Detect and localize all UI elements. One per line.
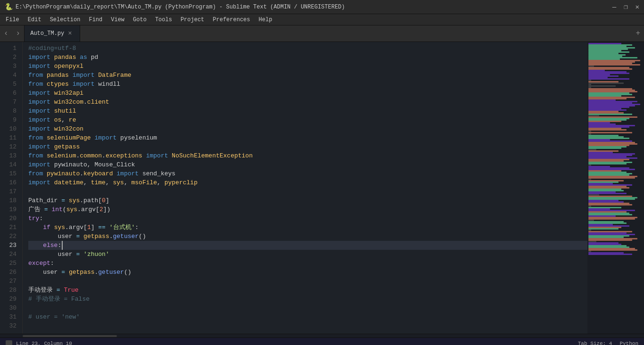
minimap: [587, 42, 644, 334]
code-line-7: import win32com.client: [28, 98, 587, 107]
menu-goto[interactable]: Goto: [129, 16, 150, 24]
code-line-2: import pandas as pd: [28, 53, 587, 62]
code-line-22: user = getpass.getuser(): [28, 232, 587, 241]
titlebar: 🐍 E:\PythonProgram\daily_report\TM\Auto_…: [0, 0, 644, 14]
menu-edit[interactable]: Edit: [24, 16, 45, 24]
statusbar-left: Line 23, Column 10: [6, 340, 72, 345]
code-line-18: Path_dir = sys.path[0]: [28, 196, 587, 205]
menu-find[interactable]: Find: [85, 16, 106, 24]
tab-nav-left[interactable]: ‹: [0, 25, 12, 41]
tab-close-button[interactable]: ×: [68, 30, 72, 37]
titlebar-left: 🐍 E:\PythonProgram\daily_report\TM\Auto_…: [5, 3, 345, 11]
menu-tools[interactable]: Tools: [151, 16, 176, 24]
code-line-16: import datetime, time, sys, msoFile, pyp…: [28, 178, 587, 187]
code-line-8: import shutil: [28, 107, 587, 115]
menu-project[interactable]: Project: [177, 16, 208, 24]
code-line-25: except:: [28, 259, 587, 268]
code-line-6: import win32api: [28, 89, 587, 98]
code-line-14: import pywinauto, Mouse_Click: [28, 160, 587, 169]
code-line-30: [28, 304, 587, 312]
statusbar: Line 23, Column 10 Tab Size: 4 Python: [0, 337, 644, 345]
titlebar-title: E:\PythonProgram\daily_report\TM\Auto_TM…: [16, 4, 345, 10]
code-line-11: from seleniumPage import pyselenium: [28, 133, 587, 142]
menu-file[interactable]: File: [2, 16, 23, 24]
code-line-15: from pywinauto.keyboard import send_keys: [28, 169, 587, 178]
code-line-12: import getpass: [28, 142, 587, 151]
code-line-26: user = getpass.getuser(): [28, 268, 587, 277]
status-icon: [6, 340, 12, 345]
menu-view[interactable]: View: [107, 16, 128, 24]
maximize-button[interactable]: ❐: [624, 3, 627, 11]
menu-preferences[interactable]: Preferences: [209, 16, 254, 24]
code-line-1: #coding=utf-8: [28, 44, 587, 53]
code-line-29: # 手动登录 = False: [28, 295, 587, 304]
code-line-10: import win32con: [28, 124, 587, 133]
statusbar-right: Tab Size: 4 Python: [578, 341, 638, 345]
horizontal-scrollbar[interactable]: [0, 334, 644, 337]
menubar: File Edit Selection Find View Goto Tools…: [0, 14, 644, 25]
syntax-language: Python: [619, 341, 638, 345]
code-line-31: # user = 'new': [28, 312, 587, 321]
new-tab-icon[interactable]: +: [636, 29, 640, 38]
code-line-9: import os, re: [28, 115, 587, 124]
editor-container: 12345 678910 1112131415 1617181920 21222…: [0, 42, 644, 334]
code-line-28: 手动登录 = True: [28, 286, 587, 295]
code-line-5: from ctypes import windll: [28, 80, 587, 89]
code-line-19: 广告 = int(sys.argv[2]): [28, 205, 587, 214]
code-line-21: if sys.argv[1] == '台式机':: [28, 223, 587, 232]
code-line-17: [28, 187, 587, 196]
line-numbers: 12345 678910 1112131415 1617181920 21222…: [0, 42, 23, 334]
tab-size: Tab Size: 4: [578, 341, 612, 345]
app-icon: 🐍: [5, 3, 13, 11]
cursor-position: Line 23, Column 10: [16, 341, 72, 345]
code-line-32: [28, 321, 587, 330]
minimize-button[interactable]: —: [612, 3, 616, 11]
code-line-20: try:: [28, 214, 587, 223]
tabbar-right: +: [636, 29, 644, 38]
tabbar: ‹ › Auto_TM.py × +: [0, 25, 644, 42]
scrollbar-thumb[interactable]: [23, 335, 117, 337]
tab-active[interactable]: Auto_TM.py ×: [24, 25, 80, 41]
code-line-3: import openpyxl: [28, 62, 587, 71]
tab-filename: Auto_TM.py: [30, 30, 64, 37]
tab-nav-right[interactable]: ›: [12, 25, 25, 41]
code-line-24: user = 'zhuon': [28, 250, 587, 259]
code-line-4: from pandas import DataFrame: [28, 71, 587, 80]
code-line-23: else:: [28, 241, 587, 250]
code-line-13: from selenium.common.exceptions import N…: [28, 151, 587, 160]
menu-selection[interactable]: Selection: [46, 16, 84, 24]
titlebar-controls[interactable]: — ❐ ✕: [612, 3, 639, 11]
menu-help[interactable]: Help: [255, 16, 276, 24]
close-button[interactable]: ✕: [636, 3, 639, 11]
code-editor[interactable]: #coding=utf-8 import pandas as pd import…: [23, 42, 587, 334]
code-line-27: [28, 277, 587, 286]
